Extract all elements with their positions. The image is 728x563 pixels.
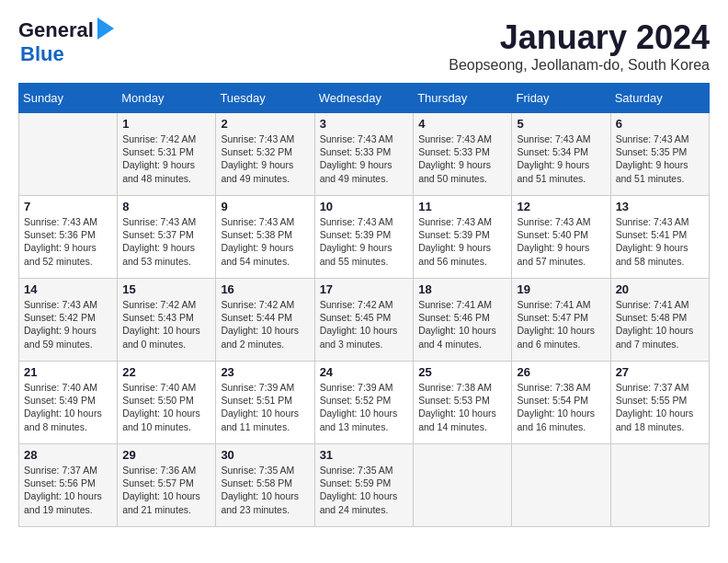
calendar-table: SundayMondayTuesdayWednesdayThursdayFrid… xyxy=(18,83,710,527)
week-row-3: 14Sunrise: 7:43 AMSunset: 5:42 PMDayligh… xyxy=(19,279,710,362)
header-cell-tuesday: Tuesday xyxy=(216,84,314,113)
day-cell: 23Sunrise: 7:39 AMSunset: 5:51 PMDayligh… xyxy=(216,362,314,444)
day-info: Sunrise: 7:43 AMSunset: 5:41 PMDaylight:… xyxy=(616,215,704,268)
location-subtitle: Beopseong, Jeollanam-do, South Korea xyxy=(449,57,710,74)
day-cell: 22Sunrise: 7:40 AMSunset: 5:50 PMDayligh… xyxy=(118,362,216,444)
day-info: Sunrise: 7:42 AMSunset: 5:45 PMDaylight:… xyxy=(320,298,409,350)
day-number: 20 xyxy=(616,282,704,296)
day-number: 19 xyxy=(517,282,605,296)
header-cell-saturday: Saturday xyxy=(610,84,709,113)
day-cell: 5Sunrise: 7:43 AMSunset: 5:34 PMDaylight… xyxy=(512,113,610,196)
day-cell: 14Sunrise: 7:43 AMSunset: 5:42 PMDayligh… xyxy=(19,279,118,362)
calendar-header: SundayMondayTuesdayWednesdayThursdayFrid… xyxy=(19,84,710,113)
day-info: Sunrise: 7:43 AMSunset: 5:37 PMDaylight:… xyxy=(122,215,210,268)
day-info: Sunrise: 7:43 AMSunset: 5:42 PMDaylight:… xyxy=(24,298,112,350)
day-number: 4 xyxy=(418,117,506,131)
day-info: Sunrise: 7:43 AMSunset: 5:38 PMDaylight:… xyxy=(221,215,309,268)
day-number: 8 xyxy=(122,200,210,213)
day-number: 25 xyxy=(418,365,506,379)
day-number: 24 xyxy=(320,365,409,379)
day-number: 11 xyxy=(418,200,506,213)
day-cell: 11Sunrise: 7:43 AMSunset: 5:39 PMDayligh… xyxy=(414,196,512,279)
day-number: 6 xyxy=(616,117,704,131)
header-cell-wednesday: Wednesday xyxy=(314,84,414,113)
day-cell: 12Sunrise: 7:43 AMSunset: 5:40 PMDayligh… xyxy=(512,196,610,279)
logo-general: General xyxy=(18,18,94,42)
day-cell: 31Sunrise: 7:35 AMSunset: 5:59 PMDayligh… xyxy=(314,444,414,527)
day-cell: 18Sunrise: 7:41 AMSunset: 5:46 PMDayligh… xyxy=(414,279,512,362)
day-cell: 25Sunrise: 7:38 AMSunset: 5:53 PMDayligh… xyxy=(414,362,512,444)
day-info: Sunrise: 7:40 AMSunset: 5:49 PMDaylight:… xyxy=(24,381,112,433)
day-info: Sunrise: 7:43 AMSunset: 5:34 PMDaylight:… xyxy=(517,132,605,185)
day-cell: 8Sunrise: 7:43 AMSunset: 5:37 PMDaylight… xyxy=(118,196,216,279)
day-info: Sunrise: 7:37 AMSunset: 5:55 PMDaylight:… xyxy=(616,381,704,433)
day-info: Sunrise: 7:43 AMSunset: 5:36 PMDaylight:… xyxy=(24,215,112,268)
day-cell: 17Sunrise: 7:42 AMSunset: 5:45 PMDayligh… xyxy=(314,279,414,362)
day-number: 10 xyxy=(320,200,409,213)
day-cell: 9Sunrise: 7:43 AMSunset: 5:38 PMDaylight… xyxy=(216,196,314,279)
day-cell xyxy=(19,113,118,196)
day-cell: 10Sunrise: 7:43 AMSunset: 5:39 PMDayligh… xyxy=(314,196,414,279)
day-number: 22 xyxy=(122,365,210,379)
day-cell: 28Sunrise: 7:37 AMSunset: 5:56 PMDayligh… xyxy=(19,444,118,527)
day-cell: 3Sunrise: 7:43 AMSunset: 5:33 PMDaylight… xyxy=(314,113,414,196)
title-section: January 2024 Beopseong, Jeollanam-do, So… xyxy=(449,18,710,74)
week-row-2: 7Sunrise: 7:43 AMSunset: 5:36 PMDaylight… xyxy=(19,196,710,279)
week-row-4: 21Sunrise: 7:40 AMSunset: 5:49 PMDayligh… xyxy=(19,362,710,444)
day-info: Sunrise: 7:42 AMSunset: 5:43 PMDaylight:… xyxy=(122,298,210,350)
day-cell: 27Sunrise: 7:37 AMSunset: 5:55 PMDayligh… xyxy=(610,362,709,444)
day-cell: 13Sunrise: 7:43 AMSunset: 5:41 PMDayligh… xyxy=(610,196,709,279)
calendar-body: 1Sunrise: 7:42 AMSunset: 5:31 PMDaylight… xyxy=(19,113,710,527)
day-cell: 1Sunrise: 7:42 AMSunset: 5:31 PMDaylight… xyxy=(118,113,216,196)
day-cell: 26Sunrise: 7:38 AMSunset: 5:54 PMDayligh… xyxy=(512,362,610,444)
day-info: Sunrise: 7:39 AMSunset: 5:52 PMDaylight:… xyxy=(320,381,409,433)
header-cell-sunday: Sunday xyxy=(19,84,118,113)
day-info: Sunrise: 7:40 AMSunset: 5:50 PMDaylight:… xyxy=(122,381,210,433)
day-cell: 15Sunrise: 7:42 AMSunset: 5:43 PMDayligh… xyxy=(118,279,216,362)
day-info: Sunrise: 7:41 AMSunset: 5:48 PMDaylight:… xyxy=(616,298,704,350)
day-info: Sunrise: 7:42 AMSunset: 5:44 PMDaylight:… xyxy=(221,298,309,350)
day-number: 28 xyxy=(24,448,112,462)
week-row-5: 28Sunrise: 7:37 AMSunset: 5:56 PMDayligh… xyxy=(19,444,710,527)
day-number: 18 xyxy=(418,282,506,296)
day-cell: 2Sunrise: 7:43 AMSunset: 5:32 PMDaylight… xyxy=(216,113,314,196)
day-cell: 6Sunrise: 7:43 AMSunset: 5:35 PMDaylight… xyxy=(610,113,709,196)
day-cell: 30Sunrise: 7:35 AMSunset: 5:58 PMDayligh… xyxy=(216,444,314,527)
day-number: 1 xyxy=(122,117,210,131)
day-cell: 29Sunrise: 7:36 AMSunset: 5:57 PMDayligh… xyxy=(118,444,216,527)
logo: General Blue xyxy=(18,18,114,66)
day-number: 2 xyxy=(221,117,309,131)
day-info: Sunrise: 7:38 AMSunset: 5:53 PMDaylight:… xyxy=(418,381,506,433)
day-number: 29 xyxy=(122,448,210,462)
day-info: Sunrise: 7:41 AMSunset: 5:47 PMDaylight:… xyxy=(517,298,605,350)
day-number: 16 xyxy=(221,282,309,296)
day-info: Sunrise: 7:43 AMSunset: 5:39 PMDaylight:… xyxy=(320,215,409,268)
day-number: 7 xyxy=(24,200,112,213)
week-row-1: 1Sunrise: 7:42 AMSunset: 5:31 PMDaylight… xyxy=(19,113,710,196)
day-info: Sunrise: 7:36 AMSunset: 5:57 PMDaylight:… xyxy=(122,464,210,516)
day-cell: 16Sunrise: 7:42 AMSunset: 5:44 PMDayligh… xyxy=(216,279,314,362)
day-number: 14 xyxy=(24,282,112,296)
day-number: 3 xyxy=(320,117,409,131)
page-header: General Blue January 2024 Beopseong, Jeo… xyxy=(18,18,710,74)
day-number: 9 xyxy=(221,200,309,213)
day-info: Sunrise: 7:42 AMSunset: 5:31 PMDaylight:… xyxy=(122,132,210,185)
day-info: Sunrise: 7:37 AMSunset: 5:56 PMDaylight:… xyxy=(24,464,112,516)
day-cell: 20Sunrise: 7:41 AMSunset: 5:48 PMDayligh… xyxy=(610,279,709,362)
day-info: Sunrise: 7:43 AMSunset: 5:39 PMDaylight:… xyxy=(418,215,506,268)
day-cell: 7Sunrise: 7:43 AMSunset: 5:36 PMDaylight… xyxy=(19,196,118,279)
header-cell-thursday: Thursday xyxy=(414,84,512,113)
day-cell xyxy=(610,444,709,527)
day-info: Sunrise: 7:43 AMSunset: 5:33 PMDaylight:… xyxy=(418,132,506,185)
day-number: 13 xyxy=(616,200,704,213)
day-number: 15 xyxy=(122,282,210,296)
logo-blue: Blue xyxy=(20,42,64,66)
header-row: SundayMondayTuesdayWednesdayThursdayFrid… xyxy=(19,84,710,113)
day-info: Sunrise: 7:35 AMSunset: 5:59 PMDaylight:… xyxy=(320,464,409,516)
day-info: Sunrise: 7:38 AMSunset: 5:54 PMDaylight:… xyxy=(517,381,605,433)
month-title: January 2024 xyxy=(449,18,710,57)
day-info: Sunrise: 7:43 AMSunset: 5:32 PMDaylight:… xyxy=(221,132,309,185)
logo-arrow-icon xyxy=(97,17,114,40)
header-cell-friday: Friday xyxy=(512,84,610,113)
day-info: Sunrise: 7:43 AMSunset: 5:40 PMDaylight:… xyxy=(517,215,605,268)
